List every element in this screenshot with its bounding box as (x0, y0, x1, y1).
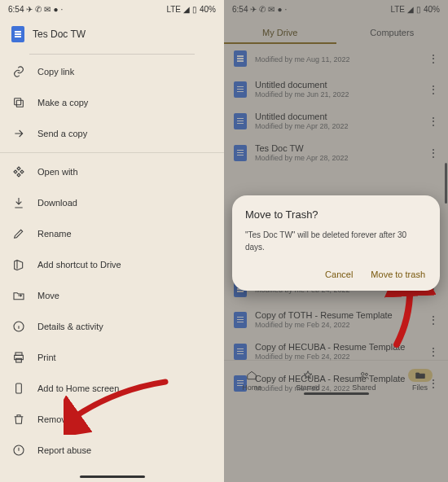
menu-label: Rename (37, 229, 72, 239)
menu-download[interactable]: Download (0, 187, 224, 218)
menu-details[interactable]: Details & activity (0, 311, 224, 342)
svg-rect-0 (16, 100, 23, 107)
menu-rename[interactable]: Rename (0, 218, 224, 249)
menu-label: Move (37, 291, 59, 300)
gesture-bar (80, 475, 145, 478)
send-icon (11, 126, 26, 141)
right-screenshot: 6:54 ✈ ✆ ✉ ● · LTE ◢ ▯ 40% My Drive Comp… (224, 0, 448, 482)
dialog-title: Move to Trash? (245, 208, 427, 221)
menu-open-with[interactable]: Open with (0, 152, 224, 187)
move-icon (11, 288, 26, 303)
menu-remove[interactable]: Remove (0, 404, 224, 435)
menu-send-copy[interactable]: Send a copy (0, 118, 224, 149)
menu-label: Add to Home screen (37, 383, 119, 393)
svg-rect-6 (16, 383, 22, 393)
left-screenshot: 6:54 ✈ ✆ ✉ ● · LTE ◢ ▯ 40% Tes Doc TW Co… (0, 0, 224, 482)
signal-icon: ◢ (183, 5, 190, 14)
link-icon (11, 64, 26, 79)
menu-label: Make a copy (37, 98, 88, 107)
menu-label: Print (37, 353, 56, 362)
move-to-trash-button[interactable]: Move to trash (369, 266, 427, 283)
menu-report[interactable]: Report abuse (0, 435, 224, 466)
status-bar: 6:54 ✈ ✆ ✉ ● · LTE ◢ ▯ 40% (0, 0, 224, 18)
phone-frame-icon (11, 381, 26, 396)
trash-dialog: Move to Trash? "Tes Doc TW" will be dele… (232, 195, 440, 291)
dialog-body: "Tes Doc TW" will be deleted forever aft… (245, 229, 427, 253)
menu-label: Download (37, 198, 77, 208)
menu-make-copy[interactable]: Make a copy (0, 87, 224, 118)
mail-icon: ✉ (44, 5, 51, 14)
menu-label: Remove (37, 414, 71, 424)
plane-icon: ✈ (26, 5, 33, 14)
menu-copy-link[interactable]: Copy link (0, 56, 224, 87)
sheet-header: Tes Doc TW (0, 18, 224, 50)
shortcut-icon (11, 257, 26, 272)
print-icon (11, 350, 26, 365)
menu-home-screen[interactable]: Add to Home screen (0, 373, 224, 404)
info-icon (11, 319, 26, 334)
menu-move[interactable]: Move (0, 280, 224, 311)
menu-label: Copy link (37, 67, 74, 77)
menu-add-shortcut[interactable]: Add shortcut to Drive (0, 249, 224, 280)
status-time: 6:54 (8, 5, 24, 14)
download-icon (11, 195, 26, 210)
copy-icon (11, 95, 26, 110)
trash-icon (11, 412, 26, 427)
menu-label: Open with (37, 167, 78, 177)
spotify-icon: ● (53, 5, 58, 14)
context-menu: Copy link Make a copy Send a copy Open w… (0, 55, 224, 466)
open-with-icon (11, 164, 26, 179)
svg-rect-1 (15, 99, 21, 105)
cancel-button[interactable]: Cancel (323, 266, 354, 283)
sheet-doc-title: Tes Doc TW (33, 28, 86, 40)
alert-icon (11, 443, 26, 458)
menu-label: Details & activity (37, 322, 103, 331)
battery-icon: ▯ (192, 5, 197, 14)
menu-label: Report abuse (37, 445, 91, 455)
lte-label: LTE (166, 5, 181, 14)
menu-print[interactable]: Print (0, 342, 224, 373)
svg-rect-5 (16, 358, 22, 362)
docs-icon (11, 26, 24, 42)
battery-pct: 40% (200, 5, 216, 14)
phone-icon: ✆ (35, 5, 42, 14)
menu-label: Send a copy (37, 129, 87, 138)
menu-label: Add shortcut to Drive (37, 260, 121, 269)
pencil-icon (11, 226, 26, 241)
